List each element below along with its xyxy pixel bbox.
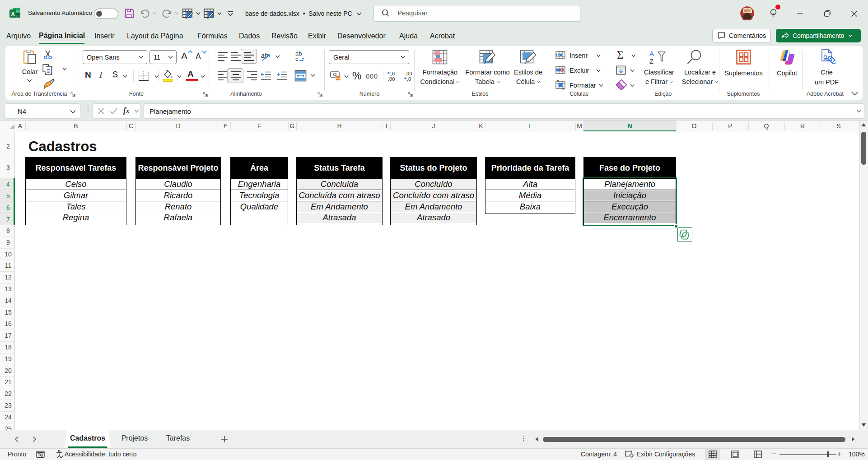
svg-text:,0: ,0 (407, 76, 411, 82)
svg-text:,00: ,00 (388, 76, 395, 82)
svg-text:,00: ,00 (405, 71, 412, 76)
svg-text:,0: ,0 (391, 71, 395, 76)
svg-text:Z: Z (649, 57, 653, 65)
svg-text:A: A (649, 50, 654, 57)
svg-text:ab: ab (261, 52, 268, 59)
svg-text:X: X (11, 10, 15, 17)
svg-text:c: c (295, 56, 299, 62)
